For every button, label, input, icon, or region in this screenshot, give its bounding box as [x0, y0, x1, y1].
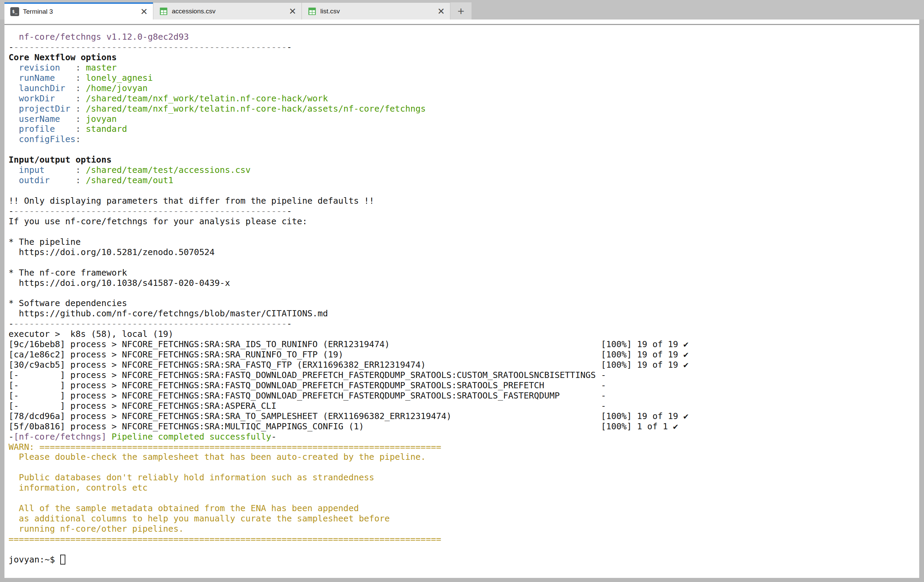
- terminal-line: [8, 227, 919, 237]
- terminal-line: ========================================…: [8, 534, 919, 544]
- terminal-line: [8, 288, 919, 298]
- terminal-line: [- ] process > NFCORE_FETCHNGS:SRA:ASPER…: [8, 401, 919, 411]
- terminal-line: [8, 544, 919, 555]
- terminal-line: [- ] process > NFCORE_FETCHNGS:SRA:FASTQ…: [8, 370, 919, 380]
- terminal-line: Please double-check the samplesheet that…: [8, 452, 919, 462]
- terminal-line: All of the sample metadata obtained from…: [8, 503, 919, 514]
- tab-label: Terminal 3: [23, 8, 139, 15]
- close-tab-icon[interactable]: ✕: [139, 7, 149, 17]
- terminal-line: input : /shared/team/test/accessions.csv: [8, 165, 919, 175]
- terminal-line: [8, 493, 919, 503]
- tab-label: accessions.csv: [172, 8, 288, 15]
- tab-terminal-3[interactable]: $_Terminal 3✕: [5, 2, 153, 20]
- terminal-line: ----------------------------------------…: [8, 319, 919, 329]
- prompt-text: jovyan:~$: [8, 555, 60, 565]
- terminal-line: -[nf-core/fetchngs] Pipeline completed s…: [8, 432, 919, 442]
- terminal-line: launchDir : /home/jovyan: [8, 83, 919, 93]
- terminal-line: running nf-core/other pipelines.: [8, 524, 919, 534]
- terminal-line: [8, 258, 919, 268]
- tab-list-csv[interactable]: list.csv✕: [302, 2, 450, 20]
- terminal-line: Input/output options: [8, 155, 919, 165]
- terminal-line: * Software dependencies: [8, 298, 919, 308]
- spreadsheet-icon: [159, 7, 168, 16]
- terminal-line: Core Nextflow options: [8, 52, 919, 63]
- tab-accessions-csv[interactable]: accessions.csv✕: [153, 2, 302, 20]
- terminal-line: Public databases don't reliably hold inf…: [8, 473, 919, 483]
- terminal-line: profile : standard: [8, 124, 919, 134]
- terminal-panel: nf-core/fetchngs v1.12.0-g8ec2d93-------…: [5, 20, 919, 578]
- terminal-line: revision : master: [8, 63, 919, 73]
- terminal-line: [5f/0ba816] process > NFCORE_FETCHNGS:SR…: [8, 422, 919, 432]
- close-tab-icon[interactable]: ✕: [436, 6, 446, 17]
- terminal-output: nf-core/fetchngs v1.12.0-g8ec2d93-------…: [8, 32, 919, 555]
- terminal-line: [8, 185, 919, 196]
- terminal-line: [78/dcd96a] process > NFCORE_FETCHNGS:SR…: [8, 411, 919, 422]
- tab-bar: $_Terminal 3✕accessions.csv✕list.csv✕+: [0, 0, 924, 20]
- terminal-line: [ca/1e86c2] process > NFCORE_FETCHNGS:SR…: [8, 349, 919, 360]
- terminal-line: WARN: ==================================…: [8, 442, 919, 452]
- spreadsheet-icon: [308, 7, 317, 16]
- terminal-line: runName : lonely_agnesi: [8, 73, 919, 83]
- terminal-line: configFiles:: [8, 134, 919, 144]
- terminal[interactable]: nf-core/fetchngs v1.12.0-g8ec2d93-------…: [5, 20, 919, 578]
- terminal-line: [- ] process > NFCORE_FETCHNGS:SRA:FASTQ…: [8, 391, 919, 401]
- terminal-line: [8, 144, 919, 155]
- tab-label: list.csv: [320, 8, 436, 15]
- terminal-line: as additional columns to help you manual…: [8, 514, 919, 524]
- terminal-icon: $_: [10, 7, 19, 16]
- terminal-line: information, controls etc: [8, 483, 919, 493]
- terminal-line: workDir : /shared/team/nxf_work/telatin.…: [8, 93, 919, 104]
- terminal-line: executor > k8s (58), local (19): [8, 329, 919, 339]
- terminal-line: * The nf-core framework: [8, 268, 919, 278]
- terminal-line: [8, 462, 919, 473]
- terminal-line: ----------------------------------------…: [8, 42, 919, 52]
- terminal-line: If you use nf-core/fetchngs for your ana…: [8, 217, 919, 227]
- new-tab-button[interactable]: +: [450, 2, 472, 20]
- terminal-line: https://doi.org/10.1038/s41587-020-0439-…: [8, 278, 919, 288]
- terminal-line: outdir : /shared/team/out1: [8, 175, 919, 185]
- terminal-line: nf-core/fetchngs v1.12.0-g8ec2d93: [8, 32, 919, 42]
- terminal-line: ----------------------------------------…: [8, 206, 919, 217]
- terminal-line: https://doi.org/10.5281/zenodo.5070524: [8, 247, 919, 258]
- terminal-line: !! Only displaying parameters that diffe…: [8, 196, 919, 206]
- close-tab-icon[interactable]: ✕: [288, 6, 297, 17]
- terminal-line: [9c/16beb8] process > NFCORE_FETCHNGS:SR…: [8, 339, 919, 349]
- plus-icon: +: [457, 5, 464, 18]
- terminal-line: [30/c9acb5] process > NFCORE_FETCHNGS:SR…: [8, 360, 919, 370]
- terminal-line: [- ] process > NFCORE_FETCHNGS:SRA:FASTQ…: [8, 380, 919, 391]
- terminal-line: projectDir : /shared/team/nxf_work/telat…: [8, 104, 919, 114]
- terminal-line: * The pipeline: [8, 237, 919, 247]
- terminal-line: userName : jovyan: [8, 114, 919, 124]
- terminal-cursor[interactable]: [60, 555, 65, 565]
- prompt-line: jovyan:~$: [8, 555, 919, 565]
- terminal-line: https://github.com/nf-core/fetchngs/blob…: [8, 308, 919, 319]
